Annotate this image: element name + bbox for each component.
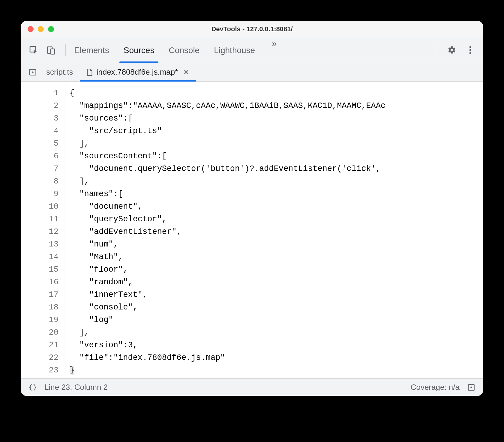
- code-line[interactable]: ],: [70, 175, 483, 188]
- svg-point-5: [470, 52, 472, 54]
- file-icon: [86, 68, 93, 76]
- titlebar: DevTools - 127.0.0.1:8081/: [21, 21, 483, 37]
- code-line[interactable]: "random",: [70, 276, 483, 288]
- code-line[interactable]: ],: [70, 326, 483, 339]
- line-number: 10: [21, 200, 58, 213]
- code-line[interactable]: "console",: [70, 301, 483, 314]
- devtools-window: DevTools - 127.0.0.1:8081/ Elements Sour…: [21, 21, 483, 396]
- window-title: DevTools - 127.0.0.1:8081/: [21, 25, 483, 33]
- code-line[interactable]: "sourcesContent":[: [70, 150, 483, 163]
- line-number: 18: [21, 301, 58, 314]
- panel-tabs: Elements Sources Console Lighthouse »: [74, 38, 428, 62]
- zoom-window-button[interactable]: [48, 26, 54, 32]
- code-line[interactable]: }: [70, 364, 74, 377]
- line-number: 21: [21, 339, 58, 351]
- line-number: 8: [21, 175, 58, 188]
- line-number: 11: [21, 213, 58, 225]
- line-number: 20: [21, 326, 58, 339]
- kebab-menu-icon[interactable]: [464, 44, 476, 56]
- code-editor[interactable]: 1234567891011121314151617181920212223 { …: [21, 82, 483, 378]
- code-line[interactable]: "file":"index.7808df6e.js.map": [70, 351, 483, 364]
- code-line[interactable]: {: [70, 87, 483, 100]
- line-number: 16: [21, 276, 58, 288]
- code-line[interactable]: "document",: [70, 200, 483, 213]
- file-tab-sourcemap[interactable]: index.7808df6e.js.map* ✕: [80, 63, 196, 81]
- code-line[interactable]: "innerText",: [70, 288, 483, 301]
- line-number-gutter: 1234567891011121314151617181920212223: [21, 82, 65, 378]
- tab-console[interactable]: Console: [169, 38, 200, 62]
- line-number: 23: [21, 364, 58, 377]
- pretty-print-icon[interactable]: [28, 382, 38, 393]
- line-number: 3: [21, 112, 58, 125]
- line-number: 2: [21, 100, 58, 112]
- tab-elements[interactable]: Elements: [74, 38, 109, 62]
- minimize-window-button[interactable]: [38, 26, 44, 32]
- code-line[interactable]: "floor",: [70, 263, 483, 276]
- code-line[interactable]: "log": [70, 314, 483, 326]
- toolbar-divider: [65, 44, 66, 56]
- line-number: 9: [21, 188, 58, 200]
- line-number: 14: [21, 251, 58, 263]
- code-line[interactable]: "sources":[: [70, 112, 483, 125]
- close-window-button[interactable]: [28, 26, 34, 32]
- code-line[interactable]: "Math",: [70, 251, 483, 263]
- gear-icon[interactable]: [446, 44, 458, 56]
- file-tab-label: script.ts: [46, 67, 73, 77]
- code-line[interactable]: "document.querySelector('button')?.addEv…: [70, 163, 483, 175]
- file-tabs: script.ts index.7808df6e.js.map* ✕: [21, 63, 483, 82]
- line-number: 5: [21, 137, 58, 150]
- toolbar-right: [433, 44, 476, 56]
- code-content[interactable]: { "mappings":"AAAAA,SAASC,cAAc,WAAWC,iBA…: [65, 82, 483, 378]
- statusbar: Line 23, Column 2 Coverage: n/a: [21, 378, 483, 396]
- code-line[interactable]: "version":3,: [70, 339, 483, 351]
- inspect-element-icon[interactable]: [28, 44, 40, 56]
- code-line[interactable]: "mappings":"AAAAA,SAASC,cAAc,WAAWC,iBAAi…: [70, 100, 483, 112]
- navigator-toggle-icon[interactable]: [26, 63, 40, 81]
- toolbar-divider: [436, 44, 436, 56]
- line-number: 1: [21, 87, 58, 100]
- code-line[interactable]: "src/script.ts": [70, 125, 483, 137]
- svg-point-3: [470, 46, 472, 48]
- main-toolbar: Elements Sources Console Lighthouse »: [21, 37, 483, 63]
- line-number: 6: [21, 150, 58, 163]
- code-line[interactable]: "addEventListener",: [70, 225, 483, 238]
- close-icon[interactable]: ✕: [182, 68, 189, 76]
- code-line[interactable]: ],: [70, 137, 483, 150]
- code-line[interactable]: "names":[: [70, 188, 483, 200]
- line-number: 13: [21, 238, 58, 251]
- traffic-lights: [21, 26, 54, 32]
- file-tab-script[interactable]: script.ts: [40, 63, 80, 81]
- cursor-position: Line 23, Column 2: [44, 383, 108, 392]
- code-line[interactable]: "num",: [70, 238, 483, 251]
- line-number: 7: [21, 163, 58, 175]
- file-tab-label: index.7808df6e.js.map*: [97, 67, 178, 77]
- line-number: 4: [21, 125, 58, 137]
- device-toolbar-icon[interactable]: [45, 44, 57, 56]
- coverage-status: Coverage: n/a: [411, 383, 460, 392]
- line-number: 22: [21, 351, 58, 364]
- code-line[interactable]: "querySelector",: [70, 213, 483, 225]
- line-number: 19: [21, 314, 58, 326]
- svg-rect-2: [51, 49, 55, 54]
- line-number: 15: [21, 263, 58, 276]
- tab-sources[interactable]: Sources: [124, 38, 154, 62]
- tab-lighthouse[interactable]: Lighthouse: [214, 38, 255, 62]
- svg-point-4: [470, 49, 472, 51]
- line-number: 17: [21, 288, 58, 301]
- line-number: 12: [21, 225, 58, 238]
- expand-panel-icon[interactable]: [466, 382, 476, 393]
- more-panels-icon[interactable]: »: [269, 38, 279, 62]
